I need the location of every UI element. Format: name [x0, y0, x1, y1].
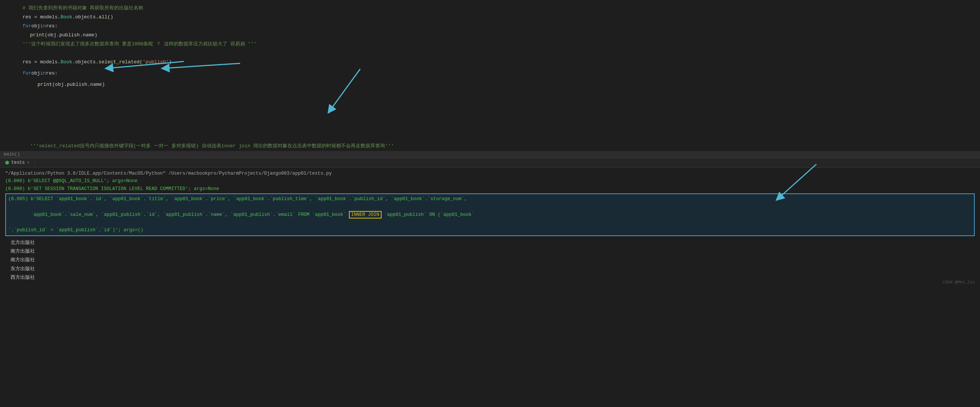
tests-tab[interactable]: tests ×	[0, 158, 35, 167]
tab-label: tests	[11, 160, 25, 165]
tab-bar: tests ×	[0, 158, 980, 168]
run-cmd-line: "/Applications/Python 3.8/IDLE.app/Conte…	[5, 170, 975, 177]
query-line-2-post: `app01_publish` ON (`app01_book`	[382, 212, 475, 217]
line-11-text: '''select_related括号内只能接收外键字段(一对多 一对一 多对多…	[30, 142, 394, 150]
tab-green-dot	[5, 161, 9, 165]
code-line-8: for obj in res:	[22, 69, 980, 78]
code-line-4: print(obj.publish.name)	[22, 31, 980, 40]
output-names: 北方出版社 南方出版社 南方出版社 东方出版社 西方出版社	[5, 237, 975, 284]
code-line-6	[22, 49, 980, 58]
line-5-text: '''这个时候我们发现走了很多次数据库查询 要是1000条呢 ？ 这样的数据库压…	[22, 40, 257, 48]
line-2-text: res = models.Book.objects.all()	[22, 13, 113, 21]
output-item-2: 南方出版社	[11, 256, 969, 264]
terminal-line-1: (0.000) b'SELECT @@SQL_AUTO_IS_NULL'; ar…	[5, 177, 975, 185]
code-line-9: print(obj.publish.name)	[30, 80, 980, 89]
line-7-text: res = models.Book.objects.select_related…	[22, 58, 172, 67]
query-line-2: `app01_book`.`sale_num`, `app01_publish`…	[8, 203, 972, 226]
code-line-11: '''select_related括号内只能接收外键字段(一对多 一对一 多对多…	[22, 142, 980, 150]
status-bar: main()	[0, 151, 980, 158]
code-line-10	[22, 133, 980, 142]
code-line-2: res = models.Book.objects.all()	[22, 13, 980, 22]
tab-close-button[interactable]: ×	[27, 160, 30, 165]
editor-area: # 我们先拿到所有的书籍对象 再获取所有的出版社名称 res = models.…	[0, 0, 980, 151]
status-text: main()	[4, 152, 20, 157]
output-item-3: 东方出版社	[11, 264, 969, 273]
inner-join-highlight: INNER JOIN	[349, 211, 382, 219]
line-4-print: print	[30, 31, 45, 40]
terminal-output: "/Applications/Python 3.8/IDLE.app/Conte…	[0, 168, 980, 286]
query-line-3: `.`publish_id` = `app01_publish`.`id`)';…	[8, 226, 972, 234]
line-1-text: # 我们先拿到所有的书籍对象 再获取所有的出版社名称	[22, 4, 143, 13]
csdn-watermark: CSDN @Mei_lin	[942, 280, 975, 285]
line-8-for: for	[22, 69, 31, 78]
output-item-1: 南方出版社	[11, 247, 969, 256]
bottom-container: tests × "/Applications/Python 3.8/IDLE.a…	[0, 158, 980, 286]
terminal-line-2: (0.000) b'SET SESSION TRANSACTION ISOLAT…	[5, 185, 975, 193]
query-line-2-pre: `app01_book`.`sale_num`, `app01_publish`…	[31, 212, 349, 217]
code-line-3: for obj in res:	[22, 22, 980, 31]
code-block: # 我们先拿到所有的书籍对象 再获取所有的出版社名称 res = models.…	[0, 0, 980, 151]
output-item-0: 北方出版社	[11, 238, 969, 247]
annotation-area: res = models.Book.objects.select_related…	[22, 58, 980, 133]
query-line-1: (0.005) b'SELECT `app01_book`.`id`, `app…	[8, 195, 972, 203]
code-line-1: # 我们先拿到所有的书籍对象 再获取所有的出版社名称	[22, 4, 980, 13]
code-line-7: res = models.Book.objects.select_related…	[22, 58, 980, 67]
line-9-print: print	[38, 81, 52, 89]
output-item-4: 西方出版社	[11, 273, 969, 282]
line-3-for: for	[22, 22, 31, 30]
code-line-5: '''这个时候我们发现走了很多次数据库查询 要是1000条呢 ？ 这样的数据库压…	[22, 40, 980, 49]
query-block: (0.005) b'SELECT `app01_book`.`id`, `app…	[5, 193, 975, 236]
